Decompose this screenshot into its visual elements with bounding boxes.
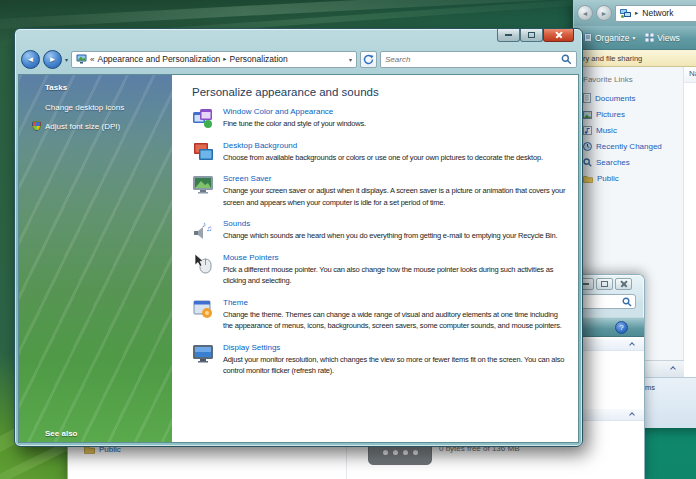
desc-display-settings: Adjust your monitor resolution, which ch…: [223, 354, 566, 377]
uac-shield-icon: [32, 121, 41, 131]
sounds-icon: ♪ ♫: [192, 219, 214, 241]
back-button[interactable]: ◄: [577, 5, 593, 21]
network-icon: [620, 9, 631, 18]
network-notification-bar[interactable]: Network discovery and file sharing: [574, 50, 696, 67]
search-icon: [561, 54, 572, 65]
close-button[interactable]: [543, 29, 574, 42]
entry-mouse-pointers: Mouse Pointers Pick a different mouse po…: [192, 253, 566, 287]
notification-text: Network discovery and file sharing: [574, 54, 642, 63]
desc-theme: Change the theme. Themes can change a wi…: [223, 309, 566, 332]
search-box[interactable]: Search: [380, 51, 577, 68]
views-button[interactable]: Views: [645, 33, 680, 43]
sidebar-item-label: Documents: [595, 94, 635, 103]
network-address-bar[interactable]: ▸ Network: [615, 5, 696, 22]
picture-icon: [583, 111, 592, 119]
organize-label: Organize: [595, 33, 630, 43]
organize-button[interactable]: Organize ▾: [584, 33, 635, 43]
network-toolbar: Organize ▾ Views: [574, 26, 696, 50]
sidebar-item-searches[interactable]: Searches: [583, 158, 683, 167]
desc-mouse-pointers: Pick a different mouse pointer. You can …: [223, 264, 566, 287]
help-icon: ?: [619, 323, 623, 332]
folder-icon: [583, 175, 593, 183]
refresh-button[interactable]: [360, 51, 377, 68]
sidebar-item-pictures[interactable]: Pictures: [583, 110, 683, 119]
link-window-color[interactable]: Window Color and Appearance: [223, 107, 566, 116]
link-desktop-background[interactable]: Desktop Background: [223, 141, 566, 150]
maximize-button[interactable]: [596, 278, 613, 290]
entry-desktop-background: Desktop Background Choose from available…: [192, 141, 566, 164]
forward-icon: ►: [49, 55, 57, 64]
breadcrumb-network[interactable]: Network: [642, 8, 673, 18]
search-placeholder: Search: [385, 55, 561, 64]
svg-text:♫: ♫: [206, 224, 212, 233]
sidebar-item-public[interactable]: Public: [583, 174, 683, 183]
sidebar-item-music[interactable]: Music: [583, 126, 683, 135]
breadcrumb-personalization[interactable]: Personalization: [230, 54, 288, 64]
link-mouse-pointers[interactable]: Mouse Pointers: [223, 253, 566, 262]
entry-theme: Theme Change the theme. Themes can chang…: [192, 298, 566, 332]
document-icon: [583, 93, 591, 103]
chevron-up-icon: [629, 412, 635, 418]
link-theme[interactable]: Theme: [223, 298, 566, 307]
task-label: Change desktop icons: [45, 103, 124, 112]
network-file-list[interactable]: Name: [684, 67, 696, 377]
minimize-icon: [582, 283, 589, 285]
desc-screen-saver: Change your screen saver or adjust when …: [223, 185, 566, 208]
personalization-content: Personalize appearance and sounds Window…: [172, 75, 578, 442]
views-icon: [645, 33, 654, 42]
see-also-header: See also: [45, 429, 166, 438]
forward-button[interactable]: ►: [43, 50, 62, 69]
sidebar-item-label: Public: [597, 174, 619, 183]
sidebar-item-recently-changed[interactable]: Recently Changed: [583, 142, 683, 151]
entry-sounds: ♪ ♫ Sounds Change which sounds are heard…: [192, 219, 566, 242]
tasks-sidebar: Tasks Change desktop icons Adjust font s…: [19, 75, 172, 442]
search-icon: [622, 297, 632, 307]
close-icon: [555, 31, 563, 39]
desc-desktop-background: Choose from available backgrounds or col…: [223, 152, 566, 164]
maximize-button[interactable]: [520, 29, 543, 42]
link-display-settings[interactable]: Display Settings: [223, 343, 566, 352]
search-icon: [583, 158, 592, 167]
crumb-separator-icon: ▸: [223, 55, 226, 63]
desc-window-color: Fine tune the color and style of your wi…: [223, 118, 566, 130]
task-adjust-font-size[interactable]: Adjust font size (DPI): [45, 121, 172, 131]
close-icon: [620, 280, 628, 288]
sidebar-item-documents[interactable]: Documents: [583, 93, 683, 103]
minimize-button[interactable]: [497, 29, 520, 42]
chevron-up-icon: [670, 366, 676, 372]
personalization-window[interactable]: ◄ ► ▾ « Appearance and Personalization ▸…: [14, 28, 583, 447]
link-screen-saver[interactable]: Screen Saver: [223, 174, 566, 183]
entry-display-settings: Display Settings Adjust your monitor res…: [192, 343, 566, 377]
name-column-header[interactable]: Name: [684, 67, 696, 82]
address-dropdown-icon[interactable]: ▾: [349, 56, 352, 63]
forward-button[interactable]: ►: [596, 5, 612, 21]
page-title: Personalize appearance and sounds: [192, 86, 566, 98]
network-nav-bar: ◄ ► ▸ Network: [574, 0, 696, 26]
desc-sounds: Change which sounds are heard when you d…: [223, 230, 566, 242]
task-change-desktop-icons[interactable]: Change desktop icons: [45, 103, 172, 112]
music-icon: [583, 126, 592, 135]
window-color-icon: [192, 107, 214, 129]
link-sounds[interactable]: Sounds: [223, 219, 566, 228]
breadcrumb-appearance[interactable]: Appearance and Personalization: [97, 54, 220, 64]
address-bar[interactable]: « Appearance and Personalization ▸ Perso…: [71, 51, 357, 68]
help-button[interactable]: ?: [615, 321, 628, 334]
close-button[interactable]: [615, 278, 632, 290]
views-label: Views: [657, 33, 680, 43]
back-icon: ◄: [27, 55, 35, 64]
sidebar-item-label: Music: [596, 126, 617, 135]
chevron-down-icon: ▾: [633, 35, 636, 41]
recent-pages-dropdown[interactable]: ▾: [65, 56, 68, 63]
breadcrumb-overflow-icon[interactable]: «: [90, 55, 94, 64]
screen-saver-icon: [192, 174, 214, 196]
back-icon: ◄: [582, 10, 589, 17]
column-header-row: Name: [684, 67, 696, 83]
back-button[interactable]: ◄: [21, 50, 40, 69]
maximize-icon: [601, 281, 608, 287]
display-settings-icon: [192, 343, 214, 365]
sidebar-item-label: Searches: [596, 158, 630, 167]
crumb-separator-icon: ▸: [635, 9, 638, 17]
desktop: ◄ ► ▸ Network Organize: [0, 0, 696, 479]
maximize-icon: [528, 32, 535, 38]
entry-window-color: Window Color and Appearance Fine tune th…: [192, 107, 566, 130]
